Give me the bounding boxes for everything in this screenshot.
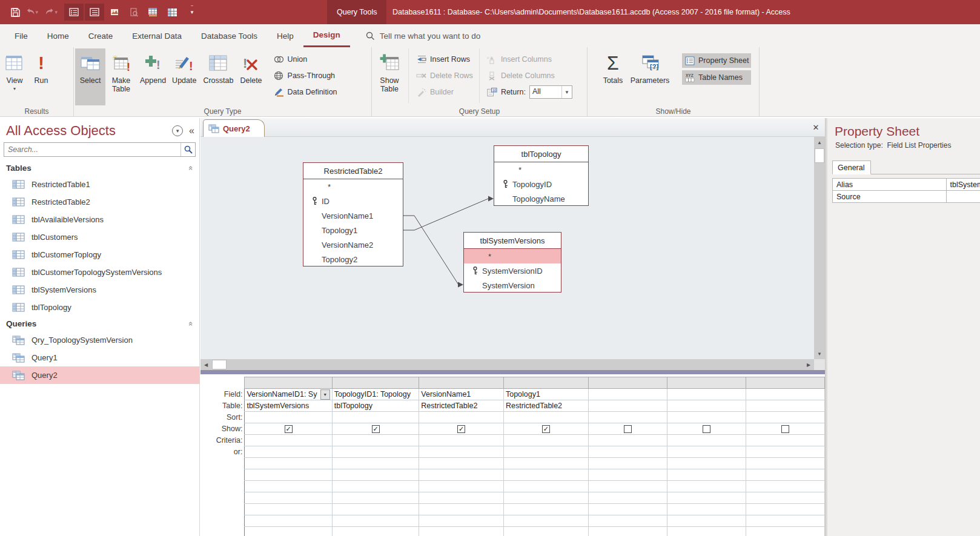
grid-cell[interactable]: [667, 389, 746, 400]
grid-cell[interactable]: [667, 377, 746, 389]
show-checkbox[interactable]: [703, 425, 710, 433]
property-sheet-qat-icon[interactable]: [64, 4, 84, 21]
grid-cell[interactable]: [746, 492, 824, 504]
field-list-row[interactable]: SystemVersionID: [464, 263, 561, 278]
query-tools-contextual-tab[interactable]: Query Tools: [327, 0, 386, 24]
grid-cell[interactable]: [245, 481, 332, 492]
query2-document-tab[interactable]: Query2: [203, 119, 265, 137]
field-list-tblsystemversions[interactable]: tblSystemVersions*SystemVersionIDSystemV…: [463, 232, 561, 293]
grid-cell[interactable]: [588, 412, 667, 423]
field-list-row[interactable]: SystemVersion: [464, 278, 561, 293]
show-checkbox[interactable]: ✓: [285, 425, 293, 433]
grid-cell[interactable]: [332, 481, 419, 492]
grid-cell[interactable]: [245, 492, 332, 504]
field-list-row[interactable]: *: [303, 179, 403, 194]
grid-cell[interactable]: [588, 481, 667, 492]
nav-item-tbltopology[interactable]: tblTopology: [0, 299, 199, 316]
field-list-row[interactable]: *: [464, 249, 561, 263]
grid-cell[interactable]: [332, 435, 419, 446]
design-vertical-scrollbar[interactable]: ▲ ▼: [814, 137, 825, 359]
grid-cell[interactable]: [419, 446, 504, 458]
grid-cell[interactable]: [503, 412, 588, 423]
grid-cell[interactable]: [332, 458, 419, 469]
pass-through-button[interactable]: Pass-Through: [271, 68, 340, 83]
insert-rows-button[interactable]: Insert Rows: [414, 52, 475, 67]
ribbon-tab-design[interactable]: Design: [303, 24, 350, 47]
grid-cell[interactable]: [667, 504, 746, 515]
close-document-icon[interactable]: ✕: [810, 122, 821, 133]
grid-cell[interactable]: [503, 377, 588, 389]
grid-cell[interactable]: [419, 412, 504, 423]
nav-item-restrictedtable2[interactable]: RestrictedTable2: [0, 193, 199, 211]
export-image-qat-icon[interactable]: [105, 4, 124, 21]
save-icon[interactable]: [6, 4, 24, 21]
grid-cell[interactable]: [503, 446, 588, 458]
append-button[interactable]: ! Append: [137, 48, 169, 105]
data-definition-button[interactable]: Data Definition: [271, 85, 340, 99]
grid-cell[interactable]: [746, 412, 824, 423]
show-checkbox[interactable]: ✓: [542, 425, 550, 433]
grid-cell[interactable]: [746, 527, 824, 536]
grid-cell[interactable]: [588, 423, 667, 435]
grid-cell[interactable]: [746, 400, 824, 412]
grid-cell[interactable]: [667, 400, 746, 412]
grid-cell[interactable]: [667, 492, 746, 504]
show-checkbox[interactable]: [624, 425, 632, 433]
grid-cell[interactable]: [503, 481, 588, 492]
nav-item-tblcustomertopologysystemversions[interactable]: tblCustomerTopologySystemVersions: [0, 263, 199, 281]
grid-cell[interactable]: [245, 377, 332, 389]
grid-cell[interactable]: Topology1: [503, 389, 588, 400]
grid-cell[interactable]: ✓: [332, 423, 419, 435]
shutter-bar-collapse-icon[interactable]: «: [189, 125, 194, 136]
return-dropdown-caret[interactable]: ▼: [561, 86, 572, 98]
grid-cell[interactable]: [419, 377, 504, 389]
field-list-row[interactable]: Topology1: [303, 223, 403, 237]
field-list-row[interactable]: ID: [303, 194, 403, 208]
scroll-left-icon[interactable]: ◀: [200, 359, 211, 370]
search-input[interactable]: [4, 145, 180, 154]
grid-cell[interactable]: [503, 435, 588, 446]
grid-cell[interactable]: tblTopology: [332, 400, 419, 412]
builder-button[interactable]: Builder: [414, 85, 475, 99]
grid-cell[interactable]: [746, 446, 824, 458]
property-name[interactable]: Alias: [833, 179, 947, 191]
table-columns-qat-icon[interactable]: [164, 4, 182, 21]
ribbon-tab-file[interactable]: File: [5, 24, 38, 47]
grid-cell[interactable]: [419, 504, 504, 515]
search-go-icon[interactable]: [180, 143, 195, 156]
totals-button[interactable]: Σ Totals: [600, 48, 626, 105]
grid-cell[interactable]: [746, 389, 824, 400]
grid-cell[interactable]: [503, 515, 588, 527]
grid-cell[interactable]: ✓: [245, 423, 332, 435]
union-button[interactable]: Union: [271, 52, 340, 67]
grid-cell[interactable]: [245, 458, 332, 469]
nav-item-query1[interactable]: Query1: [0, 349, 199, 366]
grid-cell[interactable]: RestrictedTable2: [419, 400, 504, 412]
property-value[interactable]: [946, 191, 980, 203]
run-button[interactable]: ! Run: [28, 48, 55, 105]
nav-item-tblcustomertoplogy[interactable]: tblCustomerToplogy: [0, 246, 199, 263]
show-checkbox[interactable]: [781, 425, 789, 433]
property-name[interactable]: Source: [833, 191, 947, 203]
grid-cell[interactable]: [667, 515, 746, 527]
collapse-section-icon[interactable]: «: [187, 322, 196, 326]
nav-item-restrictedtable1[interactable]: RestrictedTable1: [0, 176, 199, 193]
parameters-button[interactable]: [?] Parameters: [626, 48, 674, 105]
undo-icon[interactable]: ▾: [25, 4, 44, 21]
make-table-button[interactable]: ✳! Make Table: [105, 48, 137, 105]
update-button[interactable]: ! Update: [169, 48, 199, 105]
field-list-tbltopology[interactable]: tblTopology*TopologyIDTopologyName: [494, 145, 589, 206]
field-list-row[interactable]: TopologyName: [494, 191, 588, 206]
grid-cell[interactable]: [667, 481, 746, 492]
grid-cell[interactable]: [588, 492, 667, 504]
show-checkbox[interactable]: ✓: [457, 425, 465, 433]
field-list-row[interactable]: VersionName1: [303, 208, 403, 223]
grid-cell[interactable]: [419, 515, 504, 527]
grid-cell[interactable]: VersionName1: [419, 389, 504, 400]
grid-cell[interactable]: RestrictedTable2: [503, 400, 588, 412]
tab-general[interactable]: General: [832, 160, 871, 174]
grid-cell[interactable]: ✓: [419, 423, 504, 435]
grid-cell[interactable]: [245, 515, 332, 527]
grid-cell[interactable]: [332, 377, 419, 389]
scroll-up-icon[interactable]: ▲: [814, 137, 825, 148]
